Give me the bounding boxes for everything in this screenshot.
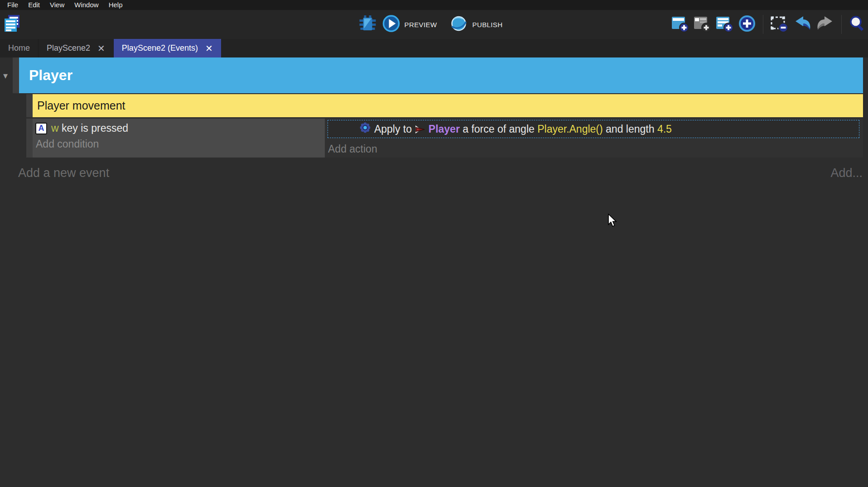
remove-selection-button[interactable] [770, 14, 789, 35]
action-expression: Player.Angle() [537, 123, 603, 135]
add-more-button[interactable]: Add... [830, 166, 863, 180]
action-text: Apply to Player a force of angle Player.… [374, 123, 672, 135]
redo-button[interactable] [816, 14, 835, 35]
add-other-button[interactable] [738, 14, 757, 35]
add-subevent-button[interactable] [693, 14, 711, 34]
condition-text: w key is pressed [51, 122, 128, 134]
tab-playscene2[interactable]: PlayScene2 ✕ [39, 39, 114, 57]
add-event-icon [671, 14, 689, 34]
comment-row[interactable]: Player movement [33, 94, 863, 117]
toolbar-separator [841, 15, 842, 34]
menu-window[interactable]: Window [69, 0, 103, 10]
comment-text: Player movement [37, 99, 125, 112]
add-condition-button[interactable]: Add condition [33, 134, 325, 150]
add-subevent-icon [693, 14, 711, 34]
player-object-icon [415, 123, 425, 135]
conditions-column: A w key is pressed Add condition [33, 119, 325, 158]
menubar: File Edit View Window Help [0, 0, 868, 10]
add-new-event-button[interactable]: Add a new event [18, 166, 109, 180]
debugger-button[interactable] [358, 14, 377, 35]
project-manager-button[interactable] [4, 15, 21, 34]
action-mid2: and length [603, 123, 657, 135]
menu-view[interactable]: View [45, 0, 69, 10]
debugger-icon [358, 14, 377, 35]
tab-label: PlayScene2 (Events) [122, 43, 198, 53]
publish-label: PUBLISH [472, 21, 502, 29]
search-icon [848, 14, 866, 34]
toolbar-separator [763, 15, 763, 34]
action-object-name: Player [429, 123, 460, 135]
add-circle-icon [738, 14, 757, 35]
remove-selection-icon [770, 14, 789, 35]
condition-suffix: key is pressed [59, 122, 128, 134]
action-prefix: Apply to [374, 123, 415, 135]
group-drag-handle[interactable] [13, 57, 19, 93]
tab-playscene2-events[interactable]: PlayScene2 (Events) ✕ [114, 39, 221, 57]
preview-play-icon [382, 14, 401, 35]
tab-label: Home [8, 43, 30, 53]
tab-home[interactable]: Home [0, 39, 39, 57]
keyboard-key-icon: A [35, 123, 47, 134]
event-group-header[interactable]: Player [19, 57, 863, 93]
search-button[interactable] [848, 14, 866, 34]
action-row-selected[interactable]: Apply to Player a force of angle Player.… [328, 120, 859, 138]
add-comment-button[interactable] [715, 14, 733, 34]
mouse-cursor [607, 214, 618, 230]
preview-button[interactable]: PREVIEW [382, 14, 444, 35]
close-icon[interactable]: ✕ [205, 44, 213, 53]
undo-icon [793, 14, 812, 35]
events-sheet: ▾ Player Player movement A w key is pres… [0, 57, 868, 487]
add-comment-icon [715, 14, 733, 34]
action-value: 4.5 [657, 123, 672, 135]
redo-icon [816, 14, 835, 35]
condition-row[interactable]: A w key is pressed [33, 119, 325, 134]
gdevelop-window: File Edit View Window Help [0, 0, 868, 487]
menu-help[interactable]: Help [104, 0, 128, 10]
add-action-button[interactable]: Add action [325, 138, 377, 155]
tabbar: Home PlayScene2 ✕ PlayScene2 (Events) ✕ [0, 39, 868, 57]
event-drag-handle[interactable] [26, 119, 33, 158]
close-icon[interactable]: ✕ [97, 44, 105, 53]
actions-column: Apply to Player a force of angle Player.… [325, 119, 863, 158]
publish-globe-icon [448, 14, 468, 35]
publish-button[interactable]: PUBLISH [448, 14, 510, 35]
toolbar-right [671, 10, 866, 39]
toolbar: PREVIEW PUBLISH [0, 10, 868, 39]
toolbar-center: PREVIEW PUBLISH [358, 10, 510, 39]
condition-key-name: w [51, 122, 59, 134]
action-mid1: a force of angle [460, 123, 537, 135]
chevron-down-icon[interactable]: ▾ [3, 70, 8, 81]
menu-edit[interactable]: Edit [23, 0, 45, 10]
add-event-button[interactable] [671, 14, 689, 34]
undo-button[interactable] [793, 14, 812, 35]
tab-label: PlayScene2 [47, 43, 90, 53]
project-manager-icon [4, 14, 21, 35]
comment-drag-handle[interactable] [26, 94, 33, 117]
preview-label: PREVIEW [405, 21, 437, 29]
group-title: Player [29, 67, 72, 84]
menu-file[interactable]: File [2, 0, 23, 10]
